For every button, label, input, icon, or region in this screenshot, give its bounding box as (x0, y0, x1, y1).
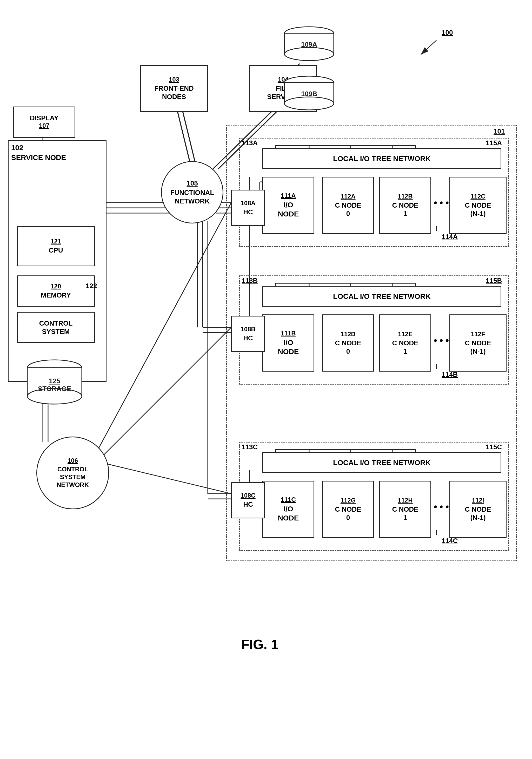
storage-cylinder: 125 STORAGE (26, 359, 83, 405)
control-system-label: CONTROL SYSTEM (39, 319, 73, 336)
memory-num: 120 (51, 283, 61, 290)
svg-text:109B: 109B (301, 90, 317, 98)
front-end-label: FRONT-END NODES (154, 84, 194, 101)
svg-line-30 (96, 327, 231, 462)
fn-num: 105 (186, 179, 198, 187)
csn-label: CONTROL SYSTEM NETWORK (57, 465, 89, 489)
service-node-label: SERVICE NODE (11, 153, 66, 162)
hc-108A-label: HC (243, 208, 253, 217)
cnode-112C-num: 112C (471, 193, 485, 200)
svg-point-75 (285, 97, 334, 110)
functional-network-circle: 105 FUNCTIONAL NETWORK (161, 161, 223, 223)
cpu-box: 121 CPU (17, 226, 95, 266)
cnode-112H-num: 112H (398, 497, 412, 504)
ref-122-label: 122 (86, 282, 97, 290)
display-label: DISPLAY (30, 114, 58, 122)
hc-108C-label: HC (243, 500, 253, 509)
cnode-112E-label: C NODE 1 (392, 339, 418, 356)
io-node-111B: 111B I/O NODE (262, 314, 314, 372)
cnode-112F-num: 112F (471, 331, 485, 338)
svg-line-7 (182, 108, 195, 161)
memory-box: 120 MEMORY (17, 275, 95, 307)
cnode-112A-num: 112A (341, 193, 355, 200)
cnode-112B-num: 112B (398, 193, 412, 200)
local-io-tree-A-label: LOCAL I/O TREE NETWORK (333, 154, 431, 163)
ref-115A: 115A (486, 139, 502, 147)
cnode-112C-label: C NODE (N-1) (465, 201, 491, 218)
cnode-112A: 112A C NODE 0 (322, 177, 374, 234)
ref-101-label: 101 (494, 127, 505, 136)
dots-B: • • • (434, 335, 449, 346)
cnode-112B-label: C NODE 1 (392, 201, 418, 218)
svg-text:STORAGE: STORAGE (38, 385, 71, 393)
ref-100-label: 100 (441, 28, 453, 37)
local-io-tree-B-label: LOCAL I/O TREE NETWORK (333, 292, 431, 301)
cpu-num: 121 (51, 238, 61, 245)
ref-114B: 114B (441, 371, 458, 379)
svg-line-6 (177, 108, 190, 161)
ref-113A: 113A (242, 139, 258, 147)
io-node-111C: 111C I/O NODE (262, 481, 314, 538)
io-111B-num: 111B (281, 330, 296, 337)
cnode-112D: 112D C NODE 0 (322, 314, 374, 372)
cnode-112I-label: C NODE (N-1) (465, 505, 491, 522)
hc-108B-label: HC (243, 334, 253, 342)
ref-114A: 114A (441, 233, 458, 241)
svg-line-1 (421, 40, 437, 55)
ref-115B: 115B (486, 277, 502, 285)
hc-108B-box: 108B HC (231, 316, 265, 352)
svg-text:125: 125 (49, 377, 60, 385)
cnode-112B: 112B C NODE 1 (379, 177, 431, 234)
svg-line-29 (91, 203, 231, 462)
cnode-112F: 112F C NODE (N-1) (449, 314, 507, 372)
local-io-tree-C-label: LOCAL I/O TREE NETWORK (333, 458, 431, 467)
cnode-112D-num: 112D (341, 331, 355, 338)
local-io-tree-B: LOCAL I/O TREE NETWORK (262, 286, 501, 307)
control-system-network-circle: 106 CONTROL SYSTEM NETWORK (36, 437, 109, 509)
fn-label: FUNCTIONAL NETWORK (171, 188, 214, 205)
control-system-box: CONTROL SYSTEM (17, 312, 95, 343)
ref-114C: 114C (441, 537, 458, 545)
hc-108C-num: 108C (241, 492, 255, 499)
cpu-label: CPU (49, 246, 63, 255)
dots-A: • • • (434, 197, 449, 208)
disk-109b: 109B (283, 75, 335, 114)
csn-num: 106 (67, 457, 78, 464)
hc-108B-num: 108B (241, 326, 255, 333)
io-111A-label: I/O NODE (278, 200, 299, 219)
hc-108A-num: 108A (241, 200, 255, 207)
ref-113B: 113B (242, 277, 258, 285)
front-end-nodes-box: 103 FRONT-END NODES (140, 65, 208, 112)
figure-caption: FIG. 1 (182, 637, 338, 652)
cnode-112A-label: C NODE 0 (335, 201, 361, 218)
cnode-112I: 112I C NODE (N-1) (449, 481, 507, 538)
cnode-112C: 112C C NODE (N-1) (449, 177, 507, 234)
cnode-112G-num: 112G (341, 497, 356, 504)
hc-108A-box: 108A HC (231, 190, 265, 226)
cnode-112G-label: C NODE 0 (335, 505, 361, 522)
svg-point-71 (285, 48, 334, 60)
display-box: DISPLAY 107 (13, 106, 75, 138)
ref-113C: 113C (242, 443, 258, 451)
cnode-112E-num: 112E (398, 331, 412, 338)
cnode-112I-num: 112I (472, 497, 484, 504)
ref-115C: 115C (486, 443, 502, 451)
cnode-112F-label: C NODE (N-1) (465, 339, 491, 356)
front-end-num: 103 (169, 76, 179, 83)
svg-text:109A: 109A (301, 41, 317, 48)
service-node-num: 102 (11, 144, 66, 152)
cnode-112H-label: C NODE 1 (392, 505, 418, 522)
cnode-112H: 112H C NODE 1 (379, 481, 431, 538)
local-io-tree-A: LOCAL I/O TREE NETWORK (262, 148, 501, 169)
memory-label: MEMORY (41, 291, 71, 300)
cnode-112E: 112E C NODE 1 (379, 314, 431, 372)
cnode-112G: 112G C NODE 0 (322, 481, 374, 538)
display-num: 107 (39, 122, 49, 129)
io-111A-num: 111A (281, 192, 296, 199)
cnode-112D-label: C NODE 0 (335, 339, 361, 356)
svg-line-31 (101, 462, 231, 494)
hc-108C-box: 108C HC (231, 482, 265, 518)
io-111C-label: I/O NODE (278, 504, 299, 523)
local-io-tree-C: LOCAL I/O TREE NETWORK (262, 452, 501, 473)
dots-C: • • • (434, 501, 449, 512)
